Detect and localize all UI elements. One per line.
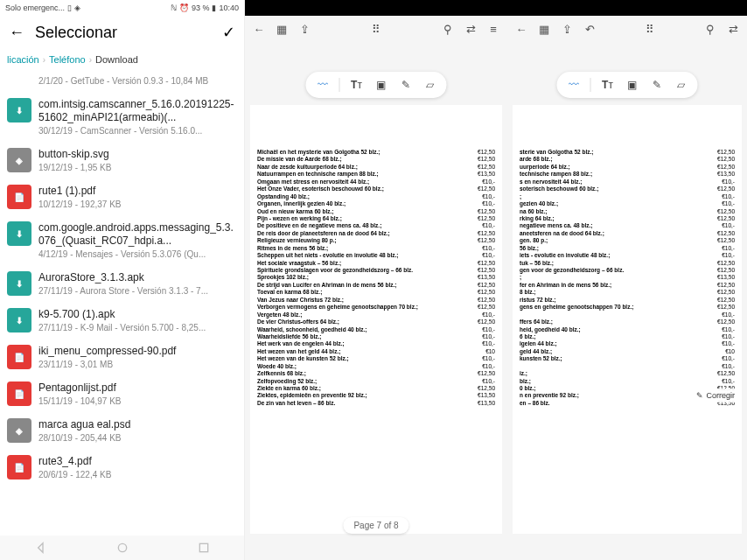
price-row: gen voor de gezondheidszorg – 66 blz.€12… [520,267,735,274]
price-row: Zelfopvoeding 52 blz.;€10,- [257,378,495,385]
pen-icon[interactable]: 〰 [566,77,582,93]
price-row: iets - evolutie en involutie 48 blz.;€10… [520,252,735,259]
price-row: fer en Ahriman in de mens 56 blz.;€12,50 [520,282,735,289]
file-item[interactable]: ◈ button-skip.svg 19/12/19 - 1,95 KB [0,142,244,178]
text-icon[interactable]: Tт [600,77,616,93]
status-network-text: Solo emergenc... [5,4,65,12]
search-icon[interactable]: ⚲ [703,22,717,36]
pdf-file-icon: 📄 [7,382,31,406]
back-icon[interactable]: ← [252,22,266,36]
breadcrumb: licación › Teléfono › Download [0,49,244,70]
comment-icon[interactable]: ✎ [398,77,414,93]
file-item[interactable]: ⬇ k9-5.700 (1).apk 27/11/19 - K-9 Mail -… [0,302,244,339]
price-row: Waarheidsliefde 56 blz.;€10,- [257,333,495,340]
apps-icon[interactable]: ⠿ [643,22,657,36]
nfc-icon: ℕ [171,4,177,12]
price-row: geld 44 blz.;€10 [520,348,735,355]
price-row: blz.;€10,- [520,378,735,385]
apps-icon[interactable]: ⠿ [369,22,383,36]
image-icon[interactable]: ▣ [374,77,389,93]
pdf-file-icon: 📄 [7,455,31,480]
pdf-page[interactable]: Michaël en het mysterie van Golgotha 52 … [250,105,502,534]
file-meta: 30/12/19 - CamScanner - Versión 5.16.0..… [38,126,237,136]
more-icon[interactable]: ≡ [486,22,500,36]
price-row: technische rampen 88 blz.;€13,50 [520,171,735,178]
file-item[interactable]: ⬇ com.intsig.camscanner_5.16.0.20191225-… [0,92,244,142]
file-meta: 23/11/19 - 3,01 MB [38,360,237,369]
file-meta: 20/6/19 - 122,4 KB [38,470,237,480]
file-item[interactable]: ⬇ com.google.android.apps.messaging_5.3.… [0,215,244,265]
svg-rect-3 [199,543,207,551]
back-icon[interactable]: ← [514,22,528,36]
file-item[interactable]: 📄 rute3_4.pdf 20/6/19 - 122,4 KB [0,449,244,486]
file-meta: 27/11/19 - K-9 Mail - Versión 5.700 - 8,… [38,323,237,332]
apk-file-icon: ⬇ [7,98,31,122]
price-row: aneetsferen na de dood 64 blz.;€12,50 [520,230,735,237]
price-row: s en nervositeit 44 blz.;€10,- [520,178,735,186]
price-row: rking 64 blz.;€12,50 [520,215,735,222]
selection-header: ← Seleccionar ✓ [0,16,244,49]
crumb-1[interactable]: Teléfono [49,54,86,65]
price-row: De strijd van Lucifer en Ahriman in de m… [257,282,495,289]
nav-home-icon[interactable] [115,541,129,555]
image-icon[interactable]: ▣ [625,77,640,93]
price-row: ristus 72 blz.;€12,50 [520,297,735,304]
pen-icon[interactable]: 〰 [315,77,331,93]
status-bar-dark [507,0,747,16]
status-bar: Solo emergenc... ▯ ◈ ℕ ⏰ 93 % ▮ 10:40 [0,0,244,16]
file-item[interactable]: 📄 rute1 (1).pdf 10/12/19 - 192,37 KB [0,178,244,215]
search-icon[interactable]: ⚲ [441,22,455,36]
price-row: Sprookjes 102 blz.;€13,50 [257,274,495,281]
pdf-page[interactable]: sterie van Golgotha 52 blz.;€12,50arde 6… [513,105,742,534]
file-item[interactable]: 📄 Pentagonlijst.pdf 15/11/19 - 104,97 KB [0,375,244,412]
annotation-pill: 〰 Tт ▣ ✎ ▱ [557,72,698,98]
price-row: Omgaan met stress en nervositeit 44 blz.… [257,178,495,186]
price-row: Zelfkennis 68 blz.;€12,50 [257,370,495,377]
price-row: ;€10,- [520,193,735,200]
crumb-0[interactable]: licación [7,54,39,65]
reflow-icon[interactable]: ⇄ [464,22,478,36]
grid-icon[interactable]: ▦ [537,22,551,36]
price-row: soterisch beschouwd 60 blz.;€12,50 [520,186,735,192]
back-arrow-icon[interactable]: ← [9,24,24,42]
share-icon[interactable]: ⇪ [560,22,574,36]
price-row: Van Jezus naar Christus 72 blz.;€12,50 [257,297,495,304]
note-icon[interactable]: ▱ [674,77,689,93]
file-name: com.intsig.camscanner_5.16.0.20191225-51… [38,98,237,124]
price-row: ffers 64 blz.;€12,50 [520,318,735,326]
price-row: 6 blz.;€10,- [520,333,735,340]
comment-icon[interactable]: ✎ [649,77,665,93]
price-row: Naar de zesde kultuurperiode 64 blz.;€12… [257,164,495,171]
correct-button[interactable]: ✎ Corregir [691,388,740,402]
price-row: negatieve mens ca. 48 blz.;€10,- [520,222,735,229]
file-item[interactable]: ⬇ AuroraStore_3.1.3.apk 27/11/19 - Auror… [0,265,244,302]
note-icon[interactable]: ▱ [422,77,438,93]
price-row: Michaël en het mysterie van Golgotha 52 … [257,149,495,156]
pdf-file-icon: 📄 [7,185,31,209]
reflow-icon[interactable]: ⇄ [726,22,740,36]
text-icon[interactable]: Tт [349,77,365,93]
nav-recent-icon[interactable] [197,541,211,555]
price-row: 8 blz.;€12,50 [520,289,735,296]
price-row: ;€13,50 [520,274,735,281]
file-item[interactable]: 2/1/20 - GetTube - Versión 0.9.3 - 10,84… [0,70,244,92]
price-row: Het Onze Vader, esoterisch beschouwd 60 … [257,186,495,192]
confirm-check-icon[interactable]: ✓ [222,23,235,42]
price-row: Vergeten 48 blz.;€10,- [257,312,495,318]
price-row: Ziekte en karma 60 blz.;€12,50 [257,385,495,392]
file-item[interactable]: ◈ marca agua eal.psd 28/10/19 - 205,44 K… [0,412,244,449]
file-name: com.google.android.apps.messaging_5.3.07… [38,221,237,248]
file-name: button-skip.svg [38,148,237,161]
grid-icon[interactable]: ▦ [275,22,289,36]
file-item[interactable]: 📄 iki_menu_compressed-90.pdf 23/11/19 - … [0,339,244,375]
share-icon[interactable]: ⇪ [297,22,311,36]
price-row: De vier Christus-offers 64 blz.;€12,50 [257,318,495,326]
undo-icon[interactable]: ↶ [583,22,597,36]
price-row: kunsten 52 blz.;€10,- [520,355,735,362]
price-row: Pijn - wezen en werking 64 blz.;€12,50 [257,215,495,222]
crumb-2[interactable]: Download [95,54,138,65]
price-row: Ritmes in de mens 56 blz.;€10,- [257,245,495,252]
nav-back-icon[interactable] [34,541,48,555]
battery-icon: ▮ [212,4,216,12]
price-row: €10,- [520,312,735,318]
